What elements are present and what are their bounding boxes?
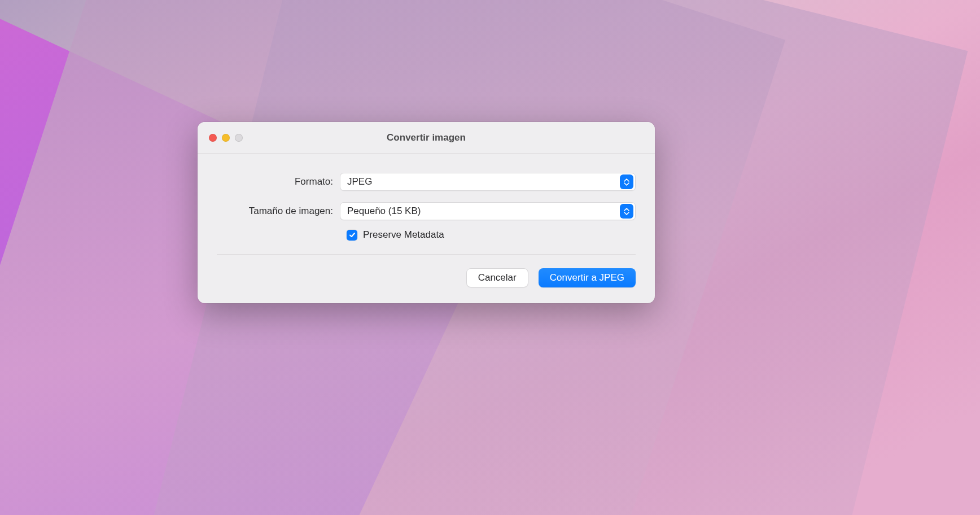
- image-size-value: Pequeño (15 KB): [347, 206, 421, 217]
- convert-image-dialog: Convertir imagen Formato: JPEG Tamaño de…: [198, 122, 655, 303]
- image-size-select[interactable]: Pequeño (15 KB): [340, 202, 636, 220]
- format-label: Formato:: [217, 176, 340, 187]
- titlebar: Convertir imagen: [198, 122, 655, 154]
- zoom-icon: [235, 134, 243, 142]
- format-select[interactable]: JPEG: [340, 173, 636, 191]
- dialog-content: Formato: JPEG Tamaño de imagen: Pequeño …: [198, 154, 655, 241]
- updown-icon: [620, 204, 633, 219]
- convert-button[interactable]: Convertir a JPEG: [539, 268, 636, 287]
- image-size-label: Tamaño de imagen:: [217, 206, 340, 217]
- preserve-metadata-label: Preserve Metadata: [363, 229, 444, 241]
- traffic-lights: [209, 134, 243, 142]
- dialog-footer: Cancelar Convertir a JPEG: [198, 255, 655, 303]
- preserve-metadata-row: Preserve Metadata: [217, 229, 636, 241]
- format-row: Formato: JPEG: [217, 173, 636, 191]
- close-icon[interactable]: [209, 134, 217, 142]
- window-title: Convertir imagen: [198, 132, 655, 143]
- format-value: JPEG: [347, 176, 372, 187]
- cancel-button[interactable]: Cancelar: [466, 268, 528, 287]
- preserve-metadata-checkbox[interactable]: [347, 230, 357, 241]
- updown-icon: [620, 174, 633, 189]
- image-size-row: Tamaño de imagen: Pequeño (15 KB): [217, 202, 636, 220]
- minimize-icon[interactable]: [222, 134, 230, 142]
- check-icon: [349, 232, 356, 238]
